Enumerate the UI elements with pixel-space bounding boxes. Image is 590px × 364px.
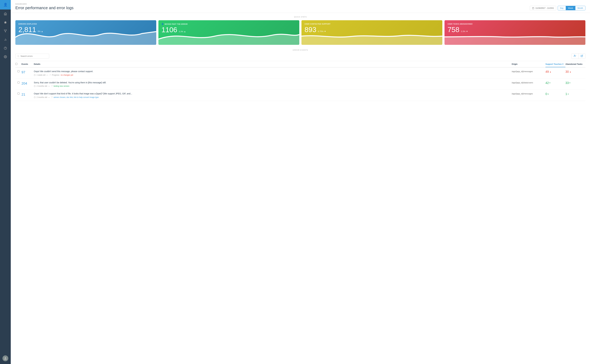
period-buttons: Day Week Month [558, 6, 585, 10]
avatar[interactable] [2, 355, 8, 361]
row-1-abandoned: 30 ▲ [565, 70, 585, 73]
svg-point-7 [5, 57, 6, 57]
table-header: Events Details Origin Support Touches ▾ … [15, 61, 585, 67]
person-icon: 👤 [3, 3, 7, 7]
svg-point-8 [5, 357, 6, 358]
card-4-wave [444, 20, 585, 45]
select-all-checkbox[interactable] [15, 63, 17, 65]
moved-past-card: 👤 MOVED PAST THE ERROR 1106 3.3% ▲ [158, 20, 299, 45]
header-abandoned-tasks: Abandoned Tasks [565, 63, 585, 65]
bulb-icon-2 [51, 85, 53, 87]
row-3-abandoned-arrow: ▾ [568, 93, 569, 95]
card-1-wave [15, 20, 156, 45]
star-icon[interactable] [0, 18, 11, 27]
header-origin: Origin [512, 63, 545, 65]
tasks-abandoned-card: USER TASKS ABANADONED 758 3.3% ▼ [444, 20, 585, 45]
row-3-checkbox[interactable] [15, 92, 21, 95]
user-contacted-card: USER CONTACTED SUPPORT 893 6.75% ▼ [302, 20, 442, 45]
date-range-picker[interactable]: 11/16/2017 - 11/23/1 [530, 6, 556, 10]
table-row: 97 Oops! We couldn't send this message, … [15, 67, 585, 79]
search-box[interactable] [15, 54, 49, 58]
chart-icon[interactable] [0, 35, 11, 44]
card-3-wave [302, 20, 442, 45]
page-header: DASHBOARD Error performance and error lo… [11, 0, 590, 13]
error-events-toolbar [15, 53, 585, 59]
breadcrumb: DASHBOARD [15, 3, 74, 5]
table-row: 21 Oops! We don't support that kind of f… [15, 90, 585, 101]
row-1-progress: no changes yet [61, 74, 73, 76]
row-3-meta: 2 months old — winner chosen, doc link, … [34, 96, 512, 98]
row-3-progress: winner chosen, doc link, link to help co… [54, 96, 99, 98]
row-2-title: Sorry, that user couldn't be deleted. Yo… [34, 81, 512, 84]
action-buttons [571, 53, 585, 59]
quick-stats-label: QUICK STATS [15, 16, 585, 18]
error-table: Events Details Origin Support Touches ▾ … [15, 61, 585, 101]
svg-point-15 [574, 55, 575, 56]
header-checkbox-col [15, 63, 21, 65]
week-button[interactable]: Week [566, 6, 575, 10]
header-details: Details [34, 63, 512, 65]
date-range-value: 11/16/2017 - 11/23/1 [536, 7, 554, 9]
header-left: DASHBOARD Error performance and error lo… [15, 3, 74, 10]
svg-marker-0 [4, 21, 7, 24]
header-right: 11/16/2017 - 11/23/1 Day Week Month [530, 6, 585, 10]
svg-point-13 [18, 55, 19, 57]
row-1-meta: 1 week old — Progress: no changes yet [34, 74, 512, 76]
search-icon [17, 55, 19, 57]
row-2-support-arrow: ▾ [550, 82, 550, 84]
help-icon[interactable] [0, 44, 11, 52]
home-icon[interactable] [0, 10, 11, 18]
row-2-details: Sorry, that user couldn't be deleted. Yo… [34, 81, 512, 87]
main-content: DASHBOARD Error performance and error lo… [11, 0, 590, 364]
row-3-title: Oops! We don't support that kind of file… [34, 92, 512, 95]
svg-rect-9 [532, 7, 534, 9]
edit-button[interactable] [578, 53, 585, 59]
search-input[interactable] [20, 55, 47, 57]
import-button[interactable] [572, 53, 578, 59]
sidebar-logo[interactable]: 👤 [0, 0, 11, 10]
settings-icon[interactable] [0, 52, 11, 61]
row-1-checkbox[interactable] [15, 70, 21, 72]
row-3-details: Oops! We don't support that kind of file… [34, 92, 512, 98]
svg-marker-1 [4, 30, 7, 32]
bulb-icon-3 [51, 96, 53, 98]
row-2-events: 204 [21, 81, 34, 85]
header-support-touches[interactable]: Support Touches ▾ [545, 63, 565, 67]
svg-line-14 [19, 57, 19, 57]
table-row: 204 Sorry, that user couldn't be deleted… [15, 79, 585, 90]
month-button[interactable]: Month [575, 6, 585, 10]
error-events-label: ERROR EVENTS [15, 49, 585, 51]
card-2-wave [158, 20, 299, 45]
row-2-abandoned: 33 ▾ [565, 81, 585, 85]
row-2-abandoned-arrow: ▾ [570, 82, 570, 84]
row-3-origin: /app/[app_id]/messages [512, 92, 545, 95]
row-1-support: 49 ▲ [545, 70, 565, 73]
row-1-title: Oops! We couldn't send this message, ple… [34, 70, 512, 73]
page-title: Error performance and error logs [15, 6, 74, 10]
content-area: QUICK STATS ERRORS DISPLAYED 2,811 5% ▲ [11, 13, 590, 364]
row-3-abandoned: 1 ▾ [565, 92, 585, 96]
stats-grid: ERRORS DISPLAYED 2,811 5% ▲ 👤 MOVED PAST… [15, 20, 585, 45]
clock-icon-3 [34, 96, 36, 98]
row-1-origin: /app/[app_id]/messages [512, 70, 545, 73]
sidebar: 👤 [0, 0, 11, 364]
day-button[interactable]: Day [558, 6, 566, 10]
row-2-checkbox[interactable] [15, 81, 21, 84]
header-events: Events [21, 63, 34, 65]
errors-displayed-card: ERRORS DISPLAYED 2,811 5% ▲ [15, 20, 156, 45]
row-1-details: Oops! We couldn't send this message, ple… [34, 70, 512, 76]
row-2-origin: /app/[app_id]/data/users [512, 81, 545, 84]
row-2-support: 42 ▾ [545, 81, 565, 85]
row-3-support-arrow: ▾ [548, 93, 549, 95]
filter-icon[interactable] [0, 27, 11, 35]
bulb-icon [49, 74, 51, 76]
row-1-support-arrow: ▲ [550, 71, 551, 73]
clock-icon-2 [34, 85, 36, 87]
row-3-support: 0 ▾ [545, 92, 565, 96]
row-2-meta: 2 months old — testing new version [34, 85, 512, 87]
row-3-events: 21 [21, 92, 34, 97]
row-2-progress: testing new version [54, 85, 69, 87]
row-1-abandoned-arrow: ▲ [570, 71, 571, 73]
clock-icon [34, 74, 36, 76]
row-1-events: 97 [21, 70, 34, 74]
